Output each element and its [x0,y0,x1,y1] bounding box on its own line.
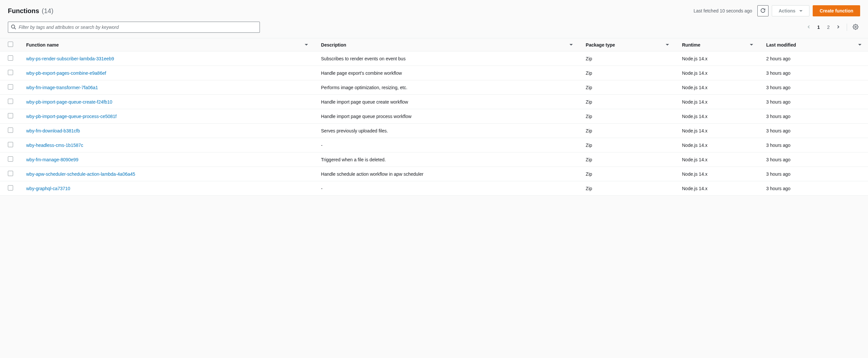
page-title: Functions [8,7,39,15]
function-name-link[interactable]: wby-apw-scheduler-schedule-action-lambda… [26,171,135,177]
row-checkbox-cell [0,138,20,153]
svg-point-0 [11,25,15,28]
row-checkbox[interactable] [8,70,13,75]
row-checkbox[interactable] [8,84,13,89]
cell-function-name: wby-fm-image-transformer-7fa06a1 [20,80,314,95]
cell-package-type: Zip [579,66,676,80]
cell-function-name: wby-fm-download-b381cfb [20,123,314,138]
settings-button[interactable] [851,23,860,32]
cell-function-name: wby-fm-manage-8090e99 [20,153,314,167]
divider [847,24,847,31]
chevron-right-icon [836,25,840,30]
function-name-link[interactable]: wby-fm-image-transformer-7fa06a1 [26,85,98,90]
table-row: wby-pb-import-page-queue-process-ce5081f… [0,109,868,123]
row-checkbox[interactable] [8,171,13,176]
row-checkbox[interactable] [8,156,13,162]
chevron-left-icon [807,25,811,30]
sort-icon[interactable] [569,44,573,46]
table-header-row: Function name Description Package type [0,38,868,52]
col-header-runtime[interactable]: Runtime [676,38,760,52]
col-header-name-label: Function name [26,42,59,48]
cell-function-name: wby-pb-import-page-queue-create-f24fb10 [20,95,314,109]
cell-last-modified: 3 hours ago [760,153,868,167]
table-row: wby-apw-scheduler-schedule-action-lambda… [0,167,868,181]
svg-line-1 [14,28,16,29]
pagination-prev-button[interactable] [804,23,813,32]
function-name-link[interactable]: wby-headless-cms-1b1587c [26,143,83,148]
function-name-link[interactable]: wby-ps-render-subscriber-lambda-331eeb9 [26,56,114,61]
col-header-name[interactable]: Function name [20,38,314,52]
cell-description: Performs image optimization, resizing, e… [314,80,579,95]
row-checkbox-cell [0,153,20,167]
cell-runtime: Node.js 14.x [676,153,760,167]
col-header-package-type-label: Package type [586,42,615,48]
table-row: wby-pb-import-page-queue-create-f24fb10 … [0,95,868,109]
table-row: wby-pb-export-pages-combine-e9a86ef Hand… [0,66,868,80]
row-checkbox-cell [0,80,20,95]
function-name-link[interactable]: wby-pb-import-page-queue-create-f24fb10 [26,99,112,105]
cell-package-type: Zip [579,52,676,66]
table-row: wby-fm-download-b381cfb Serves previousl… [0,123,868,138]
row-checkbox[interactable] [8,142,13,147]
col-header-description[interactable]: Description [314,38,579,52]
cell-last-modified: 2 hours ago [760,52,868,66]
cell-description: Handle import page queue process workflo… [314,109,579,123]
title-group: Functions (14) [8,7,53,15]
row-checkbox-cell [0,95,20,109]
chevron-down-icon [799,10,803,12]
create-function-button[interactable]: Create function [813,5,860,17]
cell-package-type: Zip [579,109,676,123]
header-row: Functions (14) Last fetched 10 seconds a… [0,5,868,22]
cell-last-modified: 3 hours ago [760,138,868,153]
function-name-link[interactable]: wby-fm-manage-8090e99 [26,157,79,162]
cell-package-type: Zip [579,123,676,138]
cell-last-modified: 3 hours ago [760,167,868,181]
sort-icon[interactable] [750,44,753,46]
cell-last-modified: 3 hours ago [760,181,868,196]
pagination-page-1[interactable]: 1 [814,23,823,32]
search-row: 1 2 [0,22,868,38]
cell-runtime: Node.js 14.x [676,66,760,80]
select-all-checkbox[interactable] [8,42,13,47]
search-input[interactable] [16,25,257,30]
svg-point-2 [855,26,857,28]
col-header-runtime-label: Runtime [682,42,701,48]
last-fetched-text: Last fetched 10 seconds ago [693,8,752,13]
cell-package-type: Zip [579,181,676,196]
cell-description: - [314,181,579,196]
actions-button[interactable]: Actions [772,5,809,17]
sort-icon[interactable] [666,44,669,46]
pagination-next-button[interactable] [834,23,843,32]
gear-icon [852,24,859,31]
function-name-link[interactable]: wby-fm-download-b381cfb [26,128,80,133]
cell-description: Handle schedule action workflow in apw s… [314,167,579,181]
cell-last-modified: 3 hours ago [760,80,868,95]
cell-runtime: Node.js 14.x [676,167,760,181]
header-actions: Last fetched 10 seconds ago Actions Crea… [693,5,860,17]
row-checkbox[interactable] [8,113,13,118]
refresh-button[interactable] [757,5,769,17]
cell-package-type: Zip [579,138,676,153]
sort-icon[interactable] [858,44,862,46]
col-header-package-type[interactable]: Package type [579,38,676,52]
row-checkbox[interactable] [8,128,13,133]
cell-package-type: Zip [579,80,676,95]
cell-function-name: wby-apw-scheduler-schedule-action-lambda… [20,167,314,181]
function-name-link[interactable]: wby-pb-import-page-queue-process-ce5081f [26,114,117,119]
function-name-link[interactable]: wby-pb-export-pages-combine-e9a86ef [26,71,106,76]
row-checkbox[interactable] [8,99,13,104]
create-function-label: Create function [819,8,853,13]
table-row: wby-fm-image-transformer-7fa06a1 Perform… [0,80,868,95]
cell-description: - [314,138,579,153]
search-box[interactable] [8,22,260,33]
col-header-last-modified[interactable]: Last modified [760,38,868,52]
row-checkbox-cell [0,181,20,196]
function-name-link[interactable]: wby-graphql-ca73710 [26,186,70,191]
sort-icon[interactable] [305,44,308,46]
row-checkbox[interactable] [8,55,13,61]
pagination-page-2[interactable]: 2 [824,23,833,32]
cell-last-modified: 3 hours ago [760,109,868,123]
actions-label: Actions [779,8,795,13]
table-row: wby-fm-manage-8090e99 Triggered when a f… [0,153,868,167]
row-checkbox[interactable] [8,185,13,191]
